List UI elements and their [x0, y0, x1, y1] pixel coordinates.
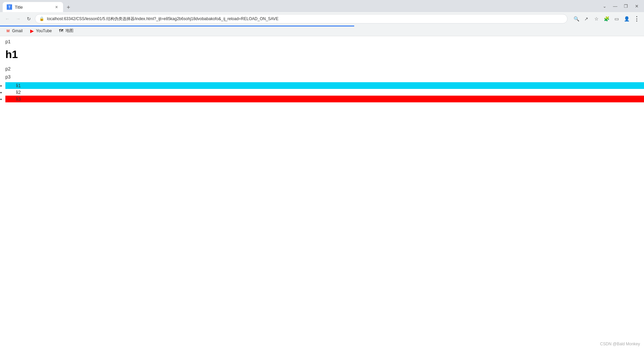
gmail-favicon: M [5, 28, 11, 34]
tab-close-button[interactable]: ✕ [54, 4, 59, 10]
back-button[interactable]: ← [3, 14, 12, 23]
tab-favicon: T [7, 4, 12, 10]
close-button[interactable]: ✕ [632, 1, 641, 11]
bookmark-maps-label: 地图 [65, 28, 73, 34]
zoom-icon[interactable]: 🔍 [572, 14, 581, 23]
address-text: localhost:63342/CSS/lesson01/5.结构伪类选择器/i… [47, 16, 563, 22]
page-content: p1 h1 p2 p3 li1 li2 li3 [0, 36, 644, 349]
nav-right-actions: 🔍 ↗ ☆ 🧩 ▭ 👤 ⋮ [572, 14, 641, 23]
tab-title: Title [15, 5, 23, 10]
window-controls: ⌄ — ❐ ✕ [600, 1, 641, 11]
forward-button[interactable]: → [13, 14, 23, 23]
bookmark-gmail[interactable]: M Gmail [3, 27, 25, 35]
list: li1 li2 li3 [5, 82, 639, 102]
maps-favicon: 🗺 [59, 28, 64, 34]
extension-icon[interactable]: 🧩 [602, 14, 611, 23]
watermark: CSDN @Bald Monkey [600, 342, 640, 346]
lock-icon: 🔒 [39, 16, 44, 21]
sidebar-button[interactable]: ▭ [612, 14, 621, 23]
bookmark-youtube[interactable]: ▶ YouTube [26, 27, 54, 35]
youtube-favicon: ▶ [29, 28, 35, 34]
bookmark-button[interactable]: ☆ [592, 14, 601, 23]
paragraph-p1: p1 [5, 39, 639, 44]
title-bar: T Title ✕ + ⌄ — ❐ ✕ [0, 0, 644, 12]
active-tab[interactable]: T Title ✕ [3, 2, 63, 12]
browser-window: T Title ✕ + ⌄ — ❐ ✕ ← → ↻ 🔒 localhost:63… [0, 0, 644, 349]
nav-bar: ← → ↻ 🔒 localhost:63342/CSS/lesson01/5.结… [0, 12, 644, 26]
bookmark-gmail-label: Gmail [12, 29, 22, 33]
tab-list-button[interactable]: ⌄ [600, 1, 609, 11]
paragraph-p3: p3 [5, 74, 639, 80]
list-item-li3: li3 [5, 96, 644, 102]
profile-button[interactable]: 👤 [622, 14, 631, 23]
list-item-li2: li2 [5, 89, 644, 96]
menu-button[interactable]: ⋮ [632, 14, 641, 23]
list-item-li1: li1 [5, 82, 644, 89]
address-bar[interactable]: 🔒 localhost:63342/CSS/lesson01/5.结构伪类选择器… [35, 14, 568, 23]
minimize-button[interactable]: — [610, 1, 620, 11]
bookmarks-bar: M Gmail ▶ YouTube 🗺 地图 [0, 26, 644, 36]
bookmark-youtube-label: YouTube [36, 29, 52, 33]
bookmark-maps[interactable]: 🗺 地图 [56, 27, 76, 35]
page-load-progress [0, 26, 354, 27]
paragraph-p2: p2 [5, 66, 639, 71]
share-button[interactable]: ↗ [582, 14, 591, 23]
refresh-button[interactable]: ↻ [24, 14, 34, 23]
tab-strip: T Title ✕ + [3, 0, 73, 12]
new-tab-button[interactable]: + [64, 3, 73, 12]
restore-button[interactable]: ❐ [621, 1, 631, 11]
heading-h1: h1 [5, 48, 639, 61]
